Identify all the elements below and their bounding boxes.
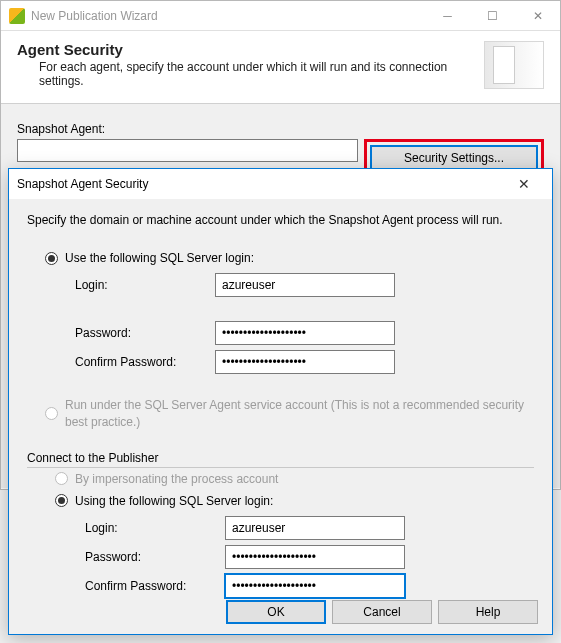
radio-icon xyxy=(55,472,68,485)
password-label: Password: xyxy=(75,326,215,340)
confirm-password-input[interactable] xyxy=(215,350,395,374)
maximize-icon[interactable]: ☐ xyxy=(470,2,515,30)
confirm-password-label: Confirm Password: xyxy=(75,355,215,369)
snapshot-agent-input[interactable] xyxy=(17,139,358,162)
login-input[interactable] xyxy=(215,273,395,297)
dialog-close-icon[interactable]: ✕ xyxy=(504,176,544,192)
ok-button[interactable]: OK xyxy=(226,600,326,624)
close-icon[interactable]: ✕ xyxy=(515,2,560,30)
radio-label: By impersonating the process account xyxy=(75,472,278,486)
page-subtitle: For each agent, specify the account unde… xyxy=(17,60,484,88)
window-title: New Publication Wizard xyxy=(31,9,425,23)
connect-section-title: Connect to the Publisher xyxy=(27,451,534,465)
header-band: Agent Security For each agent, specify t… xyxy=(1,31,560,104)
radio-label: Use the following SQL Server login: xyxy=(65,251,254,265)
radio-run-under-agent: Run under the SQL Server Agent service a… xyxy=(45,397,534,431)
login-label: Login: xyxy=(75,278,215,292)
header-graphic-icon xyxy=(484,41,544,89)
dialog-titlebar: Snapshot Agent Security ✕ xyxy=(9,169,552,199)
pub-password-input[interactable] xyxy=(225,545,405,569)
password-input[interactable] xyxy=(215,321,395,345)
wizard-icon xyxy=(9,8,25,24)
radio-icon xyxy=(45,252,58,265)
section-divider xyxy=(27,467,534,468)
pub-login-label: Login: xyxy=(85,521,225,535)
dialog-intro: Specify the domain or machine account un… xyxy=(27,213,534,227)
minimize-icon[interactable]: ─ xyxy=(425,2,470,30)
security-settings-button[interactable]: Security Settings... xyxy=(370,145,538,170)
help-button[interactable]: Help xyxy=(438,600,538,624)
pub-login-input[interactable] xyxy=(225,516,405,540)
radio-icon xyxy=(55,494,68,507)
radio-icon xyxy=(45,407,58,420)
snapshot-agent-label: Snapshot Agent: xyxy=(17,122,544,136)
radio-impersonate: By impersonating the process account xyxy=(55,472,534,486)
radio-publisher-sql-login[interactable]: Using the following SQL Server login: xyxy=(55,494,534,508)
pub-password-label: Password: xyxy=(85,550,225,564)
titlebar: New Publication Wizard ─ ☐ ✕ xyxy=(1,1,560,31)
radio-label: Using the following SQL Server login: xyxy=(75,494,273,508)
radio-use-sql-login[interactable]: Use the following SQL Server login: xyxy=(45,251,534,265)
snapshot-agent-security-dialog: Snapshot Agent Security ✕ Specify the do… xyxy=(8,168,553,635)
radio-label: Run under the SQL Server Agent service a… xyxy=(65,397,534,431)
page-title: Agent Security xyxy=(17,41,484,58)
dialog-footer: OK Cancel Help xyxy=(9,590,552,634)
cancel-button[interactable]: Cancel xyxy=(332,600,432,624)
dialog-title: Snapshot Agent Security xyxy=(17,177,504,191)
